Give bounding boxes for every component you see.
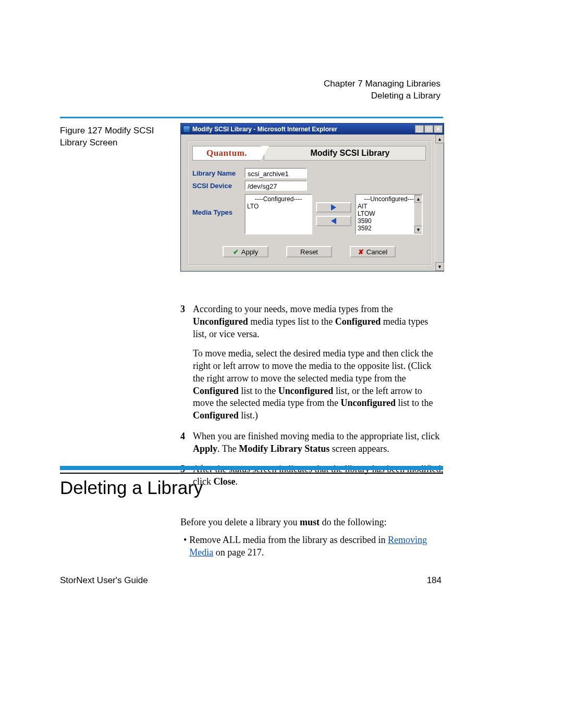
list-item[interactable]: 3590 — [357, 217, 421, 225]
list-item[interactable]: 3592 — [357, 225, 421, 232]
scsi-device-input[interactable]: /dev/sg27 — [244, 180, 307, 191]
arrow-left-icon — [331, 218, 336, 224]
reset-button[interactable]: Reset — [286, 246, 332, 257]
section-heading: Deleting a Library — [60, 477, 203, 498]
configured-listbox[interactable]: ----Configured---- LTO — [244, 194, 312, 235]
figure-caption: Figure 127 Modify SCSI Library Screen — [60, 125, 164, 149]
page-header: Chapter 7 Managing Libraries Deleting a … — [324, 78, 440, 102]
footer-title: StorNext User's Guide — [60, 575, 148, 586]
library-name-label: Library Name — [192, 168, 244, 177]
window-title: Modify SCSI Library - Microsoft Internet… — [192, 126, 337, 133]
panel-title: Modify SCSI Library — [264, 146, 426, 161]
minimize-button[interactable]: _ — [415, 125, 424, 133]
brand-bar: Quantum. Modify SCSI Library — [192, 146, 426, 161]
maximize-button[interactable]: □ — [424, 125, 433, 133]
section-label: Deleting a Library — [324, 90, 440, 102]
check-icon: ✔ — [233, 248, 239, 256]
apply-button[interactable]: ✔Apply — [223, 246, 268, 257]
scroll-up-icon[interactable]: ▲ — [435, 134, 444, 143]
section-rule-black — [60, 473, 443, 474]
section-rule-blue — [60, 466, 443, 470]
scroll-up-icon[interactable]: ▲ — [414, 195, 422, 203]
library-name-input[interactable]: scsi_archive1 — [244, 168, 307, 178]
list-item[interactable]: LTO — [246, 203, 311, 210]
media-types-label: Media Types — [192, 193, 244, 216]
ie-icon — [183, 126, 190, 133]
move-right-button[interactable] — [316, 202, 351, 213]
brand-logo: Quantum. — [192, 146, 261, 161]
divider — [60, 117, 443, 118]
close-button[interactable]: × — [434, 125, 443, 133]
list-item[interactable]: AIT — [357, 203, 421, 210]
page-number: 184 — [427, 575, 442, 586]
x-icon: ✘ — [358, 248, 364, 256]
outer-scrollbar[interactable]: ▲ ▼ — [435, 134, 444, 271]
list-item[interactable]: LTOW — [357, 210, 421, 217]
dialog-screenshot: Modify SCSI Library - Microsoft Internet… — [180, 123, 444, 272]
configured-header: ----Configured---- — [246, 195, 311, 203]
section-intro: Before you delete a library you must do … — [180, 516, 444, 559]
move-left-button[interactable] — [316, 216, 351, 226]
scsi-device-label: SCSI Device — [192, 180, 244, 190]
window-titlebar: Modify SCSI Library - Microsoft Internet… — [181, 124, 444, 134]
unconfigured-header: ---Unconfigured--- — [357, 195, 421, 203]
scroll-down-icon[interactable]: ▼ — [435, 262, 444, 271]
scroll-down-icon[interactable]: ▼ — [414, 226, 422, 233]
list-scrollbar[interactable]: ▲ ▼ — [414, 195, 422, 233]
chapter-label: Chapter 7 Managing Libraries — [324, 78, 440, 90]
cancel-button[interactable]: ✘Cancel — [350, 246, 396, 257]
arrow-right-icon — [331, 204, 336, 211]
unconfigured-listbox[interactable]: ▲ ▼ ---Unconfigured--- AIT LTOW 3590 359… — [355, 194, 423, 235]
